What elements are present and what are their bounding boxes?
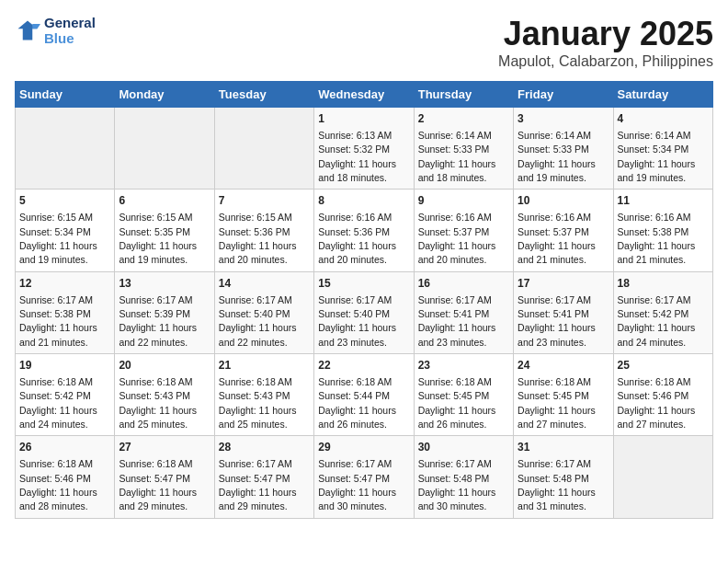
cell-info: Sunrise: 6:18 AMSunset: 5:42 PMDaylight:… [19, 376, 97, 430]
day-number: 12 [19, 276, 110, 292]
cell-info: Sunrise: 6:18 AMSunset: 5:45 PMDaylight:… [418, 376, 496, 430]
calendar-week-row: 26 Sunrise: 6:18 AMSunset: 5:46 PMDaylig… [16, 436, 713, 518]
page-header: General Blue January 2025 Mapulot, Calab… [15, 15, 713, 70]
day-number: 1 [318, 111, 409, 127]
table-row: 12 Sunrise: 6:17 AMSunset: 5:38 PMDaylig… [16, 271, 115, 353]
day-number: 23 [418, 358, 509, 373]
table-row: 1 Sunrise: 6:13 AMSunset: 5:32 PMDayligh… [314, 108, 414, 190]
day-number: 30 [418, 440, 509, 455]
cell-info: Sunrise: 6:17 AMSunset: 5:42 PMDaylight:… [618, 294, 696, 348]
day-number: 25 [618, 358, 709, 373]
table-row [214, 108, 313, 190]
cell-info: Sunrise: 6:17 AMSunset: 5:41 PMDaylight:… [418, 294, 496, 348]
day-number: 14 [219, 276, 310, 292]
table-row: 10 Sunrise: 6:16 AMSunset: 5:37 PMDaylig… [514, 190, 613, 271]
table-row: 25 Sunrise: 6:18 AMSunset: 5:46 PMDaylig… [613, 354, 712, 436]
col-thursday: Thursday [414, 82, 513, 108]
logo-icon [15, 17, 40, 43]
table-row: 5 Sunrise: 6:15 AMSunset: 5:34 PMDayligh… [16, 190, 115, 271]
col-sunday: Sunday [16, 82, 115, 108]
col-tuesday: Tuesday [214, 82, 313, 108]
table-row: 9 Sunrise: 6:16 AMSunset: 5:37 PMDayligh… [414, 190, 513, 271]
day-number: 3 [518, 111, 609, 127]
table-row: 31 Sunrise: 6:17 AMSunset: 5:48 PMDaylig… [514, 436, 613, 518]
table-row [115, 108, 214, 190]
cell-info: Sunrise: 6:17 AMSunset: 5:48 PMDaylight:… [518, 458, 596, 511]
col-saturday: Saturday [613, 82, 712, 108]
cell-info: Sunrise: 6:16 AMSunset: 5:38 PMDaylight:… [618, 212, 696, 265]
cell-info: Sunrise: 6:15 AMSunset: 5:34 PMDaylight:… [19, 212, 97, 265]
cell-info: Sunrise: 6:16 AMSunset: 5:36 PMDaylight:… [318, 212, 396, 265]
table-row: 20 Sunrise: 6:18 AMSunset: 5:43 PMDaylig… [115, 354, 214, 436]
cell-info: Sunrise: 6:18 AMSunset: 5:46 PMDaylight:… [618, 376, 696, 430]
table-row: 11 Sunrise: 6:16 AMSunset: 5:38 PMDaylig… [613, 190, 712, 271]
cell-info: Sunrise: 6:17 AMSunset: 5:41 PMDaylight:… [518, 294, 596, 348]
table-row: 3 Sunrise: 6:14 AMSunset: 5:33 PMDayligh… [514, 108, 613, 190]
calendar-week-row: 5 Sunrise: 6:15 AMSunset: 5:34 PMDayligh… [16, 190, 713, 271]
cell-info: Sunrise: 6:17 AMSunset: 5:38 PMDaylight:… [19, 294, 97, 348]
table-row: 23 Sunrise: 6:18 AMSunset: 5:45 PMDaylig… [414, 354, 513, 436]
cell-info: Sunrise: 6:18 AMSunset: 5:43 PMDaylight:… [219, 376, 297, 430]
table-row: 26 Sunrise: 6:18 AMSunset: 5:46 PMDaylig… [16, 436, 115, 518]
table-row: 24 Sunrise: 6:18 AMSunset: 5:45 PMDaylig… [514, 354, 613, 436]
title-block: January 2025 Mapulot, Calabarzon, Philip… [498, 15, 713, 70]
cell-info: Sunrise: 6:14 AMSunset: 5:33 PMDaylight:… [518, 130, 596, 183]
cell-info: Sunrise: 6:15 AMSunset: 5:36 PMDaylight:… [219, 212, 297, 265]
cell-info: Sunrise: 6:17 AMSunset: 5:39 PMDaylight:… [119, 294, 197, 348]
table-row: 17 Sunrise: 6:17 AMSunset: 5:41 PMDaylig… [514, 271, 613, 353]
calendar-table: Sunday Monday Tuesday Wednesday Thursday… [15, 81, 713, 519]
cell-info: Sunrise: 6:16 AMSunset: 5:37 PMDaylight:… [518, 212, 596, 265]
day-number: 27 [119, 440, 210, 455]
day-number: 4 [618, 111, 709, 127]
day-number: 20 [119, 358, 210, 373]
calendar-week-row: 1 Sunrise: 6:13 AMSunset: 5:32 PMDayligh… [16, 108, 713, 190]
cell-info: Sunrise: 6:17 AMSunset: 5:40 PMDaylight:… [318, 294, 396, 348]
logo: General Blue [15, 15, 96, 46]
cell-info: Sunrise: 6:13 AMSunset: 5:32 PMDaylight:… [318, 130, 396, 183]
table-row: 27 Sunrise: 6:18 AMSunset: 5:47 PMDaylig… [115, 436, 214, 518]
cell-info: Sunrise: 6:18 AMSunset: 5:47 PMDaylight:… [119, 458, 197, 511]
table-row: 6 Sunrise: 6:15 AMSunset: 5:35 PMDayligh… [115, 190, 214, 271]
day-number: 6 [119, 193, 210, 209]
day-number: 5 [19, 193, 110, 209]
calendar-title: January 2025 [498, 15, 713, 53]
col-monday: Monday [115, 82, 214, 108]
day-number: 18 [618, 276, 709, 292]
table-row [613, 436, 712, 518]
table-row: 22 Sunrise: 6:18 AMSunset: 5:44 PMDaylig… [314, 354, 414, 436]
cell-info: Sunrise: 6:15 AMSunset: 5:35 PMDaylight:… [119, 212, 197, 265]
table-row: 21 Sunrise: 6:18 AMSunset: 5:43 PMDaylig… [214, 354, 313, 436]
day-number: 26 [19, 440, 110, 455]
table-row: 4 Sunrise: 6:14 AMSunset: 5:34 PMDayligh… [613, 108, 712, 190]
logo-text: General Blue [44, 15, 96, 46]
cell-info: Sunrise: 6:14 AMSunset: 5:33 PMDaylight:… [418, 130, 496, 183]
col-wednesday: Wednesday [314, 82, 414, 108]
cell-info: Sunrise: 6:17 AMSunset: 5:47 PMDaylight:… [219, 458, 297, 511]
day-number: 10 [518, 193, 609, 209]
table-row: 29 Sunrise: 6:17 AMSunset: 5:47 PMDaylig… [314, 436, 414, 518]
day-number: 31 [518, 440, 609, 455]
table-row: 16 Sunrise: 6:17 AMSunset: 5:41 PMDaylig… [414, 271, 513, 353]
day-number: 24 [518, 358, 609, 373]
table-row: 8 Sunrise: 6:16 AMSunset: 5:36 PMDayligh… [314, 190, 414, 271]
day-number: 8 [318, 193, 409, 209]
table-row: 15 Sunrise: 6:17 AMSunset: 5:40 PMDaylig… [314, 271, 414, 353]
cell-info: Sunrise: 6:18 AMSunset: 5:46 PMDaylight:… [19, 458, 97, 511]
day-number: 9 [418, 193, 509, 209]
cell-info: Sunrise: 6:14 AMSunset: 5:34 PMDaylight:… [618, 130, 696, 183]
day-number: 29 [318, 440, 409, 455]
cell-info: Sunrise: 6:16 AMSunset: 5:37 PMDaylight:… [418, 212, 496, 265]
cell-info: Sunrise: 6:18 AMSunset: 5:45 PMDaylight:… [518, 376, 596, 430]
cell-info: Sunrise: 6:17 AMSunset: 5:48 PMDaylight:… [418, 458, 496, 511]
day-number: 16 [418, 276, 509, 292]
calendar-header-row: Sunday Monday Tuesday Wednesday Thursday… [16, 82, 713, 108]
calendar-subtitle: Mapulot, Calabarzon, Philippines [498, 53, 713, 70]
calendar-week-row: 19 Sunrise: 6:18 AMSunset: 5:42 PMDaylig… [16, 354, 713, 436]
calendar-week-row: 12 Sunrise: 6:17 AMSunset: 5:38 PMDaylig… [16, 271, 713, 353]
cell-info: Sunrise: 6:17 AMSunset: 5:47 PMDaylight:… [318, 458, 396, 511]
table-row: 14 Sunrise: 6:17 AMSunset: 5:40 PMDaylig… [214, 271, 313, 353]
day-number: 22 [318, 358, 409, 373]
table-row: 19 Sunrise: 6:18 AMSunset: 5:42 PMDaylig… [16, 354, 115, 436]
table-row: 13 Sunrise: 6:17 AMSunset: 5:39 PMDaylig… [115, 271, 214, 353]
day-number: 17 [518, 276, 609, 292]
